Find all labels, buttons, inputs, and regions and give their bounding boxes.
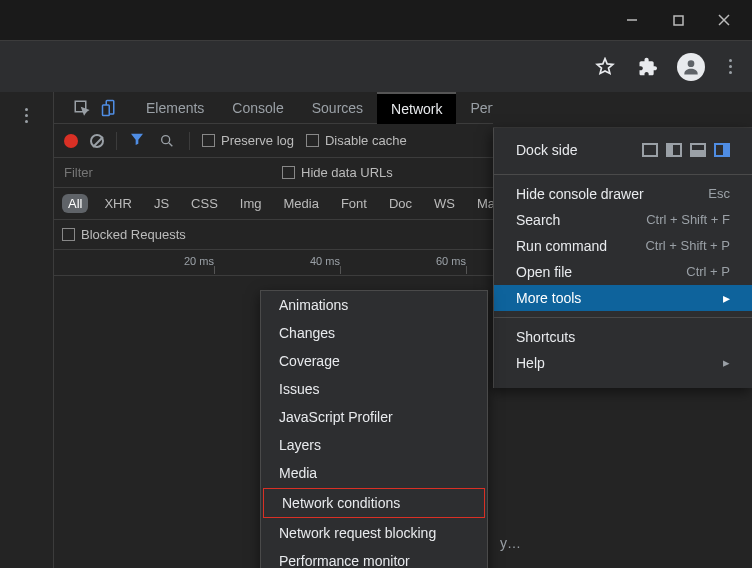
- dock-right-icon[interactable]: [714, 143, 730, 157]
- tab-sources[interactable]: Sources: [298, 92, 377, 124]
- timeline-tick: [214, 266, 215, 274]
- svg-rect-1: [674, 16, 683, 25]
- maximize-button[interactable]: [655, 4, 701, 36]
- browser-menu-icon[interactable]: [723, 53, 738, 80]
- dock-left-icon[interactable]: [666, 143, 682, 157]
- chip-img[interactable]: Img: [234, 194, 268, 213]
- window-titlebar: [0, 0, 752, 40]
- tab-elements[interactable]: Elements: [132, 92, 218, 124]
- submenu-layers[interactable]: Layers: [261, 431, 487, 459]
- submenu-performance-monitor[interactable]: Performance monitor: [261, 547, 487, 568]
- sidebar-kebab-icon[interactable]: [19, 102, 34, 129]
- separator: [116, 132, 117, 150]
- tab-console[interactable]: Console: [218, 92, 297, 124]
- submenu-coverage[interactable]: Coverage: [261, 347, 487, 375]
- preserve-log-checkbox[interactable]: Preserve log: [202, 133, 294, 148]
- hide-data-urls-checkbox[interactable]: Hide data URLs: [282, 165, 393, 180]
- filter-input[interactable]: [62, 165, 262, 180]
- devtools-main-menu: Dock side Hide console drawerEsc SearchC…: [493, 128, 752, 388]
- devtools-sidebar: [0, 92, 54, 568]
- more-tools-submenu: Animations Changes Coverage Issues JavaS…: [260, 290, 488, 568]
- timeline-tick-label: 40 ms: [310, 255, 340, 267]
- separator: [189, 132, 190, 150]
- submenu-media[interactable]: Media: [261, 459, 487, 487]
- menu-more-tools[interactable]: More tools▸: [494, 285, 752, 311]
- menu-shortcuts[interactable]: Shortcuts: [494, 324, 752, 350]
- minimize-button[interactable]: [609, 4, 655, 36]
- svg-point-4: [688, 60, 695, 67]
- timeline-tick-label: 60 ms: [436, 255, 466, 267]
- timeline-tick: [466, 266, 467, 274]
- svg-point-10: [162, 135, 170, 143]
- dock-undock-icon[interactable]: [642, 143, 658, 157]
- submenu-changes[interactable]: Changes: [261, 319, 487, 347]
- chip-all[interactable]: All: [62, 194, 88, 213]
- tab-network[interactable]: Network: [377, 92, 456, 124]
- menu-backdrop: [493, 92, 752, 128]
- dock-bottom-icon[interactable]: [690, 143, 706, 157]
- extensions-icon[interactable]: [635, 55, 659, 79]
- close-button[interactable]: [701, 4, 747, 36]
- star-icon[interactable]: [593, 55, 617, 79]
- chip-doc[interactable]: Doc: [383, 194, 418, 213]
- dock-side-label: Dock side: [516, 142, 577, 158]
- timeline-tick: [340, 266, 341, 274]
- submenu-network-request-blocking[interactable]: Network request blocking: [261, 519, 487, 547]
- dock-side-row: Dock side: [494, 128, 752, 168]
- chip-ws[interactable]: WS: [428, 194, 461, 213]
- chip-css[interactable]: CSS: [185, 194, 224, 213]
- submenu-issues[interactable]: Issues: [261, 375, 487, 403]
- chip-media[interactable]: Media: [277, 194, 324, 213]
- device-icon[interactable]: [100, 98, 120, 118]
- menu-run-command[interactable]: Run commandCtrl + Shift + P: [494, 233, 752, 259]
- disable-cache-label: Disable cache: [325, 133, 407, 148]
- record-button[interactable]: [64, 134, 78, 148]
- filter-icon[interactable]: [129, 131, 145, 150]
- timeline-tick-label: 20 ms: [184, 255, 214, 267]
- inspect-icon[interactable]: [72, 98, 92, 118]
- menu-hide-drawer[interactable]: Hide console drawerEsc: [494, 181, 752, 207]
- truncated-text: y…: [500, 535, 521, 551]
- menu-help[interactable]: Help▸: [494, 350, 752, 376]
- blocked-requests-checkbox[interactable]: Blocked Requests: [62, 227, 186, 242]
- submenu-js-profiler[interactable]: JavaScript Profiler: [261, 403, 487, 431]
- svg-rect-7: [103, 105, 110, 116]
- svg-line-11: [169, 143, 172, 146]
- blocked-requests-label: Blocked Requests: [81, 227, 186, 242]
- preserve-log-label: Preserve log: [221, 133, 294, 148]
- search-icon[interactable]: [157, 131, 177, 151]
- chip-js[interactable]: JS: [148, 194, 175, 213]
- hide-data-urls-label: Hide data URLs: [301, 165, 393, 180]
- browser-toolbar: [0, 40, 752, 92]
- submenu-animations[interactable]: Animations: [261, 291, 487, 319]
- menu-search[interactable]: SearchCtrl + Shift + F: [494, 207, 752, 233]
- chip-font[interactable]: Font: [335, 194, 373, 213]
- profile-avatar[interactable]: [677, 53, 705, 81]
- disable-cache-checkbox[interactable]: Disable cache: [306, 133, 407, 148]
- menu-open-file[interactable]: Open fileCtrl + P: [494, 259, 752, 285]
- submenu-network-conditions[interactable]: Network conditions: [263, 488, 485, 518]
- chip-xhr[interactable]: XHR: [98, 194, 137, 213]
- clear-button[interactable]: [90, 134, 104, 148]
